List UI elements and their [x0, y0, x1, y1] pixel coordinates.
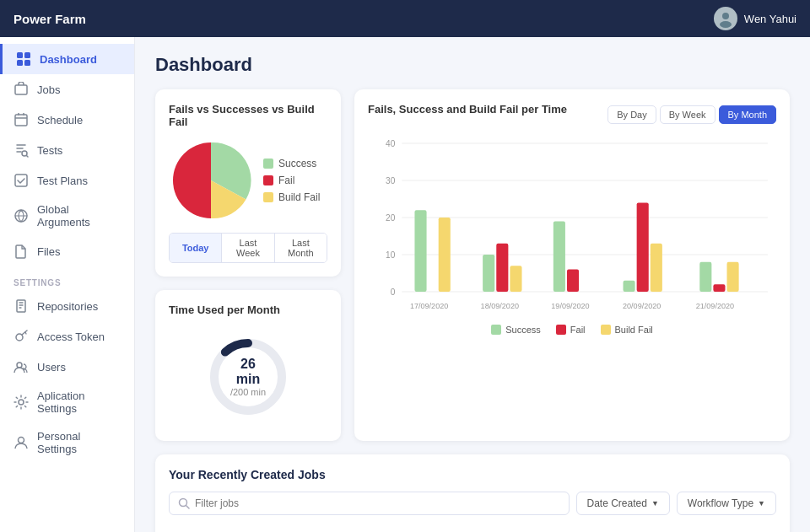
sidebar-item-files[interactable]: Files	[0, 236, 134, 266]
sidebar: Dashboard Jobs Schedule Tests Test Plans	[0, 37, 135, 532]
pie-chart-card: Fails vs Successes vs Build Fail	[155, 89, 341, 277]
svg-rect-6	[15, 85, 27, 94]
svg-rect-9	[15, 175, 27, 186]
svg-text:17/09/2020: 17/09/2020	[410, 300, 448, 309]
bar-chart-svg: 40 30 20 10 0 17/09/2020	[368, 134, 776, 320]
bar-card-title: Fails, Success and Build Fail per Time	[368, 103, 567, 116]
svg-rect-43	[727, 262, 739, 292]
btn-by-month[interactable]: By Month	[719, 105, 776, 124]
svg-text:18/09/2020: 18/09/2020	[481, 300, 519, 309]
workflow-type-filter-btn[interactable]: Workflow Type ▼	[677, 492, 776, 515]
col-header-workflow: Workflow Type	[677, 525, 776, 532]
bar-chart-card: Fails, Success and Build Fail per Time B…	[354, 89, 790, 441]
sidebar-item-access-token[interactable]: Access Token	[0, 321, 134, 352]
legend-dot-success	[263, 159, 273, 169]
pie-btn-last-week[interactable]: Last Week	[222, 234, 274, 262]
repositories-icon	[14, 298, 29, 314]
sidebar-item-repositories-label: Repositories	[37, 300, 98, 313]
svg-text:20: 20	[386, 212, 395, 223]
chart-legend-fail: Fail	[556, 325, 586, 335]
filter-jobs-input[interactable]	[195, 497, 560, 509]
legend-label-fail: Fail	[278, 175, 294, 186]
svg-rect-42	[713, 284, 725, 292]
svg-text:21/09/2020: 21/09/2020	[696, 300, 734, 309]
svg-text:0: 0	[391, 287, 396, 298]
cards-row: Fails vs Successes vs Build Fail	[155, 89, 790, 441]
user-profile[interactable]: Wen Yahui	[714, 7, 796, 30]
jobs-filter-row: Date Created ▼ Workflow Type ▼	[169, 492, 776, 515]
legend-dot-build-fail	[263, 192, 273, 202]
sidebar-item-application-settings[interactable]: Aplication Settings	[0, 382, 134, 422]
sidebar-item-users[interactable]: Users	[0, 352, 134, 382]
legend-label-build-fail: Build Fail	[278, 191, 320, 203]
svg-rect-37	[624, 281, 635, 292]
svg-rect-2	[17, 52, 23, 58]
sidebar-item-test-plans[interactable]: Test Plans	[0, 165, 134, 196]
donut-text: 26 min /200 min	[227, 357, 269, 397]
svg-rect-41	[699, 262, 711, 292]
sidebar-item-dashboard-label: Dashboard	[40, 53, 97, 66]
sidebar-item-jobs[interactable]: Jobs	[0, 74, 134, 105]
sidebar-item-dashboard[interactable]: Dashboard	[0, 44, 134, 74]
col-header-date: ▼ Date Created	[559, 525, 677, 532]
svg-rect-5	[24, 60, 30, 66]
sidebar-item-access-token-label: Access Token	[37, 330, 105, 343]
col-header-status: Status	[464, 525, 559, 532]
svg-rect-3	[24, 52, 30, 58]
pie-btn-today[interactable]: Today	[170, 234, 222, 262]
sidebar-item-global-arguments[interactable]: Global Arguments	[0, 196, 134, 236]
app-body: Dashboard Jobs Schedule Tests Test Plans	[0, 37, 810, 532]
sidebar-item-personal-settings[interactable]: Personal Settings	[0, 422, 134, 463]
username: Wen Yahui	[744, 13, 796, 25]
sidebar-item-schedule[interactable]: Schedule	[0, 105, 134, 135]
pie-legend: Success Fail Build Fail	[263, 158, 320, 203]
sidebar-item-files-label: Files	[37, 245, 60, 258]
legend-item-success: Success	[263, 158, 320, 169]
svg-text:19/09/2020: 19/09/2020	[551, 300, 589, 309]
sidebar-item-repositories[interactable]: Repositories	[0, 291, 134, 321]
time-card: Time Used per Month 26 min /200 min	[155, 290, 341, 441]
application-settings-icon	[14, 395, 29, 410]
svg-point-14	[19, 438, 24, 443]
pie-content: Success Fail Build Fail	[169, 138, 327, 223]
col-header-id: ID	[169, 525, 284, 532]
time-card-title: Time Used per Month	[169, 304, 327, 316]
svg-point-12	[17, 363, 22, 368]
dashboard-icon	[16, 51, 31, 67]
pie-btn-last-month[interactable]: Last Month	[275, 234, 327, 262]
access-token-icon	[14, 329, 29, 344]
time-filter-buttons: By Day By Week By Month	[608, 105, 776, 124]
jobs-icon	[14, 82, 29, 97]
page-title: Dashboard	[155, 54, 790, 76]
time-used: 26 min	[227, 357, 269, 387]
time-content: 26 min /200 min	[169, 326, 327, 427]
svg-text:30: 30	[386, 175, 395, 186]
avatar	[714, 7, 737, 30]
donut-chart: 26 min /200 min	[206, 335, 290, 419]
date-created-filter-btn[interactable]: Date Created ▼	[576, 492, 670, 515]
svg-rect-38	[637, 202, 649, 292]
files-icon	[14, 244, 29, 259]
chart-legend-build-fail: Build Fail	[601, 325, 653, 335]
svg-rect-28	[439, 218, 451, 292]
chart-legend-dot-success	[491, 325, 501, 335]
svg-point-1	[720, 21, 732, 28]
pie-filter-buttons: Today Last Week Last Month	[169, 233, 327, 263]
btn-by-day[interactable]: By Day	[608, 105, 656, 124]
chevron-down-icon: ▼	[758, 499, 765, 508]
chart-legend-label-build-fail: Build Fail	[615, 325, 653, 335]
svg-rect-30	[483, 255, 494, 292]
filter-input-wrap[interactable]	[169, 492, 570, 515]
tests-icon	[14, 142, 29, 158]
sidebar-item-tests[interactable]: Tests	[0, 135, 134, 165]
left-column: Fails vs Successes vs Build Fail	[155, 89, 341, 441]
btn-by-week[interactable]: By Week	[660, 105, 716, 124]
svg-text:10: 10	[386, 250, 395, 261]
chevron-down-icon: ▼	[651, 499, 659, 508]
sidebar-item-jobs-label: Jobs	[37, 83, 60, 96]
chart-legend-label-success: Success	[505, 325, 541, 335]
sidebar-item-personal-settings-label: Personal Settings	[37, 430, 121, 455]
svg-rect-7	[15, 115, 27, 126]
svg-text:40: 40	[386, 138, 395, 149]
jobs-table: ID Test Plan name Status ▼ Date Created …	[169, 525, 776, 532]
